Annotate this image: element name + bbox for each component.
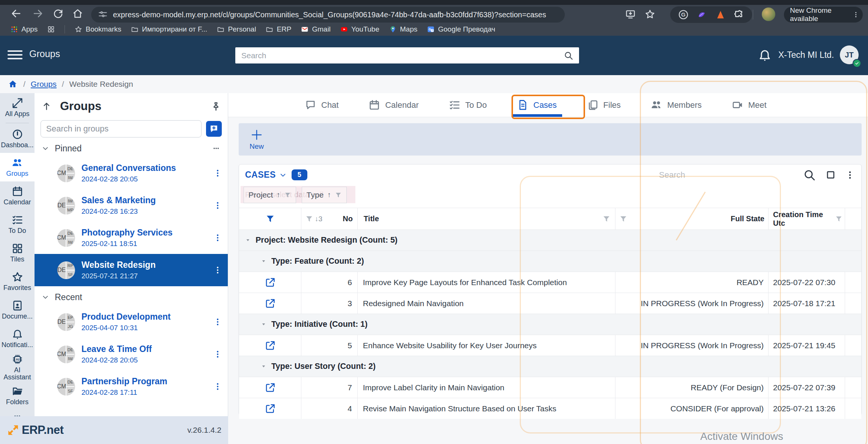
hamburger-menu-icon[interactable]	[8, 48, 23, 62]
case-group-row[interactable]: Type: Feature (Count: 2)	[239, 251, 861, 272]
purple-extension-icon[interactable]	[697, 9, 707, 20]
open-case[interactable]	[265, 340, 276, 351]
cases-search-input[interactable]	[658, 167, 799, 183]
group-by-chip-type[interactable]: Type↑	[302, 187, 347, 203]
group-item-product-development[interactable]: DEEPJGProduct Development2025-04-07 10:3…	[35, 306, 228, 338]
bookmark-youtube[interactable]: YouTube	[340, 25, 379, 33]
bookmark-erp[interactable]: ERP	[266, 25, 291, 33]
active-filter-icon[interactable]	[265, 214, 275, 224]
case-row[interactable]: 4Revise Main Navigation Structure Based …	[239, 398, 861, 419]
tab-calendar[interactable]: Calendar	[369, 93, 418, 117]
kebab-menu[interactable]	[214, 264, 222, 276]
ellipsis[interactable]	[211, 145, 221, 152]
column-label-time[interactable]: Creation Time Utc	[773, 210, 833, 228]
global-search-icon[interactable]	[564, 51, 573, 60]
header-cell-state[interactable]: Full State	[615, 208, 769, 230]
sidebar-item-all-apps[interactable]: All Apps	[0, 93, 35, 122]
tab-members[interactable]: Members	[651, 93, 702, 117]
case-group-row[interactable]: Type: User Story (Count: 2)	[239, 356, 861, 377]
groups-section-recent[interactable]: Recent	[35, 288, 228, 306]
cases-search-icon[interactable]	[803, 169, 816, 181]
collapse-up-icon[interactable]	[41, 101, 52, 112]
filter-icon[interactable]	[305, 215, 313, 223]
notifications-bell-icon[interactable]	[758, 48, 772, 62]
header-cell-selector[interactable]	[239, 208, 301, 230]
site-settings-icon[interactable]	[98, 10, 108, 20]
bookmark-gmail[interactable]: Gmail	[301, 25, 331, 33]
group-item-website-redesign[interactable]: DERPSFWebsite Redesign2025-07-21 21:27	[35, 254, 228, 286]
group-item-sales-marketing[interactable]: DEIWMPSales & Marketing2024-02-28 16:23	[35, 189, 228, 222]
global-search-input[interactable]	[235, 47, 579, 63]
collapse-triangle[interactable]	[261, 322, 266, 327]
column-label-state[interactable]: Full State	[731, 214, 764, 223]
group-item-photography-services[interactable]: CMDEIWPhotography Services2025-02-11 18:…	[35, 222, 228, 254]
tab-meet[interactable]: Meet	[732, 93, 767, 117]
company-name[interactable]: X-Tech MI Ltd.	[778, 50, 834, 60]
kebab-menu[interactable]	[214, 168, 222, 179]
extensions-puzzle-icon[interactable]	[734, 9, 744, 20]
header-cell-title[interactable]: Title	[358, 208, 615, 230]
select-mode-icon[interactable]	[826, 170, 836, 180]
kebab-menu[interactable]	[214, 349, 222, 360]
case-row[interactable]: 3Redesigned Main NavigationIN PROGRESS (…	[239, 293, 861, 314]
bookmark-bookmarks[interactable]: Bookmarks	[75, 25, 121, 33]
bookmark-personal[interactable]: Personal	[217, 25, 256, 33]
kebab-menu[interactable]	[214, 232, 222, 243]
pin-panel-icon[interactable]	[211, 101, 221, 112]
collapse-triangle[interactable]	[245, 237, 251, 243]
tab-cases[interactable]: Cases	[517, 93, 557, 117]
sidebar-item-groups[interactable]: Groups	[0, 153, 35, 181]
header-cell-time[interactable]: Creation Time Utc	[769, 208, 845, 230]
bookmark-maps[interactable]: Maps	[389, 25, 417, 33]
group-by-chip-project[interactable]: Project↑	[244, 187, 296, 203]
sidebar-item-calendar[interactable]: Calendar	[0, 181, 35, 210]
tab-chat[interactable]: Chat	[305, 93, 338, 117]
chrome-update-pill[interactable]: New Chrome available	[784, 6, 863, 23]
filter[interactable]	[335, 192, 342, 199]
chevron-down-icon[interactable]	[279, 171, 287, 179]
case-row[interactable]: 6Improve Key Page Layouts for Enhanced T…	[239, 272, 861, 293]
filter-icon[interactable]	[835, 215, 842, 223]
browser-profile-avatar[interactable]	[762, 8, 775, 21]
cases-menu-icon[interactable]	[845, 170, 854, 180]
tab-files[interactable]: Files	[587, 93, 621, 117]
collapse-triangle[interactable]	[261, 258, 266, 264]
kebab-menu[interactable]	[214, 381, 222, 392]
groups-search-input[interactable]	[41, 120, 202, 137]
collapse-triangle[interactable]	[261, 364, 266, 369]
bookmark-star-icon[interactable]	[645, 9, 655, 20]
kebab-menu[interactable]	[214, 316, 222, 328]
open-case[interactable]	[265, 382, 276, 393]
bookmark-item[interactable]	[47, 26, 55, 33]
sidebar-item-dashboa[interactable]: Dashboa...	[0, 124, 35, 153]
column-label-no[interactable]: No	[343, 214, 353, 223]
new-case-button[interactable]: New	[243, 126, 270, 153]
kebab-menu[interactable]	[214, 200, 222, 211]
filter-icon[interactable]	[602, 215, 611, 223]
sidebar-item-favorites[interactable]: Favorites	[0, 267, 35, 296]
browser-home-icon[interactable]	[72, 8, 83, 19]
sidebar-item-ai-assistant[interactable]: AIAI Assistant	[0, 353, 35, 381]
browser-menu-icon[interactable]	[853, 11, 859, 19]
bookmark-f[interactable]: Импортирани от F...	[131, 25, 207, 33]
browser-back-icon[interactable]	[11, 8, 22, 19]
browser-forward-icon[interactable]	[32, 8, 44, 19]
column-label-title[interactable]: Title	[364, 214, 379, 223]
bookmark-google[interactable]: GTGoogle Преводач	[427, 25, 495, 33]
groups-section-pinned[interactable]: Pinned	[35, 140, 228, 157]
open-case[interactable]	[265, 277, 276, 288]
group-item-partnership-program[interactable]: CMDESFPartnership Program2024-02-28 17:1…	[35, 370, 228, 403]
grammarly-extension-icon[interactable]: G	[678, 9, 689, 20]
orange-extension-icon[interactable]	[715, 9, 726, 20]
new-group-chat-button[interactable]	[206, 121, 222, 137]
group-item-general-conversations[interactable]: CMDEIWGeneral Conversations2024-02-28 20…	[35, 157, 228, 189]
filter[interactable]	[284, 192, 291, 199]
case-group-row[interactable]: Type: Initiative (Count: 1)	[239, 314, 861, 335]
install-app-icon[interactable]	[625, 9, 636, 20]
open-case[interactable]	[265, 298, 276, 309]
case-row[interactable]: 7Improve Label Clarity in Main Navigatio…	[239, 377, 861, 398]
browser-reload-icon[interactable]	[53, 8, 64, 19]
sidebar-item-notificati[interactable]: Notificati...	[0, 324, 35, 353]
tab-to-do[interactable]: To Do	[449, 93, 487, 117]
cases-title[interactable]: CASES	[245, 170, 276, 180]
